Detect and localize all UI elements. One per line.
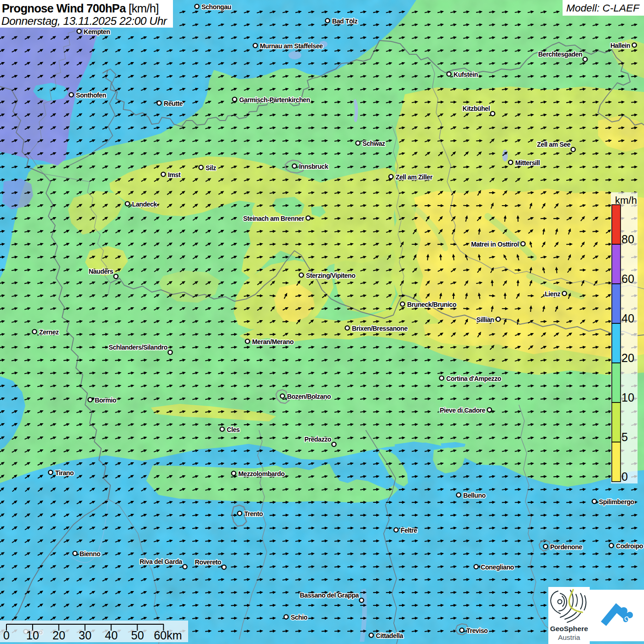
svg-text:Cles: Cles [227,426,240,433]
svg-text:10: 10 [26,629,39,642]
svg-text:Riva del Garda: Riva del Garda [140,558,183,565]
svg-text:Zell am See: Zell am See [537,141,570,148]
svg-text:Donnerstag, 13.11.2025 22:00 U: Donnerstag, 13.11.2025 22:00 Uhr [1,15,167,27]
svg-text:Prognose Wind 700hPa [km/h]: Prognose Wind 700hPa [km/h] [2,2,159,15]
svg-text:20: 20 [621,351,634,364]
svg-text:40: 40 [621,312,634,325]
svg-text:Tirano: Tirano [55,469,74,477]
svg-text:Kufstein: Kufstein [454,71,478,78]
svg-text:Bienno: Bienno [80,550,100,558]
svg-text:Steinach am Brenner: Steinach am Brenner [243,215,305,222]
svg-text:40: 40 [105,629,118,642]
svg-text:Sterzing/Vipiteno: Sterzing/Vipiteno [306,272,355,279]
svg-text:Feltre: Feltre [401,527,417,534]
svg-text:Matrei in Osttirol: Matrei in Osttirol [471,241,519,248]
svg-text:30: 30 [79,629,92,642]
svg-text:Bassano del Grappa: Bassano del Grappa [300,592,359,599]
svg-text:Kempten: Kempten [84,28,110,35]
svg-text:Predazzo: Predazzo [305,436,331,443]
svg-text:Landeck: Landeck [132,201,157,208]
svg-text:Schlanders/Silandro: Schlanders/Silandro [109,344,167,351]
svg-text:Cortina d'Ampezzo: Cortina d'Ampezzo [446,375,501,382]
svg-text:Silz: Silz [206,164,216,172]
svg-text:Mittersill: Mittersill [515,159,540,167]
svg-text:Belluno: Belluno [463,492,486,499]
svg-text:GeoSphere: GeoSphere [550,625,588,632]
svg-text:Cittadella: Cittadella [376,632,403,639]
svg-text:Schongau: Schongau [201,3,231,11]
svg-text:Modell: C-LAEF: Modell: C-LAEF [566,2,640,14]
svg-text:Nauders: Nauders [89,268,114,275]
svg-text:Bormio: Bormio [95,397,116,404]
svg-text:Bozen/Bolzano: Bozen/Bolzano [287,393,331,400]
svg-text:Codroipo: Codroipo [616,542,643,550]
svg-text:50: 50 [131,629,144,642]
svg-text:Zernez: Zernez [39,328,59,336]
svg-text:Brixen/Bressanone: Brixen/Bressanone [352,325,408,332]
svg-text:Pieve di Cadore: Pieve di Cadore [440,407,486,414]
svg-text:10: 10 [621,391,634,404]
svg-text:60km: 60km [154,629,182,642]
svg-text:Innsbruck: Innsbruck [299,163,328,170]
svg-text:Bad Tölz: Bad Tölz [332,17,358,25]
svg-text:Treviso: Treviso [466,627,488,634]
svg-text:Hallein: Hallein [610,42,630,49]
svg-text:Garmisch-Partenkirchen: Garmisch-Partenkirchen [239,96,310,104]
svg-text:Sonthofen: Sonthofen [76,92,106,99]
svg-text:Murnau am Staffelsee: Murnau am Staffelsee [260,42,323,50]
svg-text:Berchtesgaden: Berchtesgaden [538,51,582,58]
svg-text:Sillian: Sillian [477,316,494,323]
svg-text:Conegliano: Conegliano [481,564,514,571]
svg-text:5: 5 [621,431,628,443]
svg-text:Trento: Trento [244,510,263,518]
svg-text:60: 60 [621,272,634,285]
svg-text:Austria: Austria [558,633,581,641]
svg-text:Spilimbergo: Spilimbergo [599,498,634,506]
svg-text:80: 80 [621,233,634,246]
svg-text:Reutte: Reutte [164,100,183,107]
svg-text:Bruneck/Brunico: Bruneck/Brunico [407,301,456,308]
svg-text:Pordenone: Pordenone [550,543,582,551]
svg-text:Zell am Ziller: Zell am Ziller [396,173,433,181]
svg-text:Meran/Merano: Meran/Merano [252,338,293,345]
svg-text:Rovereto: Rovereto [195,558,221,566]
svg-text:Kitzbühel: Kitzbühel [463,105,490,112]
svg-text:0: 0 [621,470,628,483]
svg-text:Lienz: Lienz [545,290,560,298]
svg-text:Schio: Schio [291,614,307,621]
svg-text:Imst: Imst [168,171,181,178]
svg-text:Schwaz: Schwaz [362,140,385,147]
svg-text:20: 20 [52,629,65,642]
svg-text:0: 0 [3,629,10,642]
svg-text:Mezzolombardo: Mezzolombardo [238,470,285,477]
